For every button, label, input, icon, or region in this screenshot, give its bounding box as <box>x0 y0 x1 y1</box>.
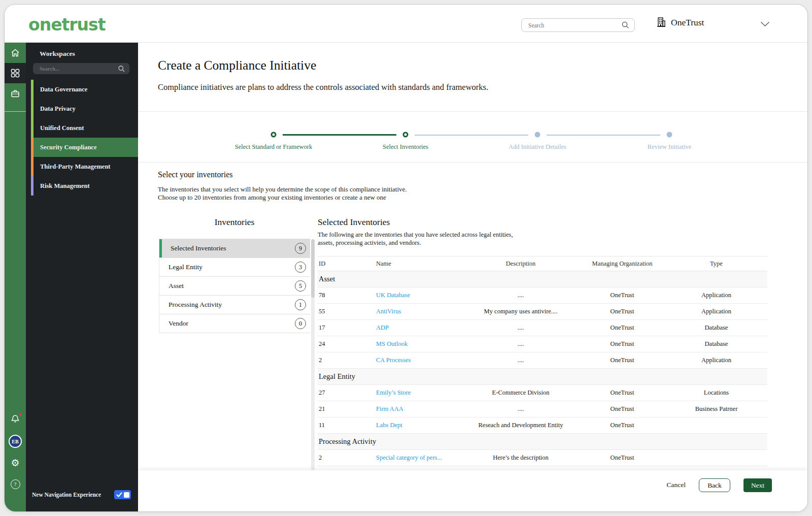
table-row: 2CA Processes....OneTrustApplication <box>318 352 767 369</box>
cell-type: Application <box>665 292 767 299</box>
inventory-count-badge: 0 <box>295 318 306 329</box>
check-icon <box>116 492 122 497</box>
cell-type: Business Patrner <box>665 405 767 413</box>
sidebar-item-security-compliance[interactable]: Security Compliance <box>26 138 138 157</box>
inventory-name-link[interactable]: Labs Dept <box>376 422 462 429</box>
cell-description: .... <box>462 405 579 413</box>
wizard-step-label: Select Standard or Framework <box>208 143 340 151</box>
sidebar-item-data-governance[interactable]: Data Governance <box>26 80 138 99</box>
column-header-name: Name <box>376 260 462 268</box>
cell-description: My company uses antivire.... <box>462 308 579 315</box>
help-button[interactable]: ? <box>5 475 26 493</box>
wizard-step-select-inventories[interactable]: Select Inventories <box>340 111 471 162</box>
column-header-id: ID <box>318 260 376 268</box>
cell-description: .... <box>462 324 579 332</box>
new-nav-toggle[interactable] <box>114 490 131 499</box>
sidebar-item-label: Unified Consent <box>40 124 84 132</box>
wizard-step-label: Select Inventories <box>340 143 471 151</box>
cell-id: 21 <box>318 405 376 413</box>
inventory-filter-processing-activity[interactable]: Processing Activity1 <box>159 296 310 314</box>
workspace-accent-bar <box>31 99 33 118</box>
app-window: onetrust OneTrust <box>4 4 808 512</box>
next-button[interactable]: Next <box>743 478 772 492</box>
column-header-managing-organization: Managing Organization <box>579 260 665 268</box>
projects-nav-button[interactable] <box>5 83 26 104</box>
inventories-title: Inventories <box>159 217 310 228</box>
user-menu-button[interactable]: EB <box>5 433 26 450</box>
sidebar-item-third-party-management[interactable]: Third-Party Management <box>26 157 138 176</box>
sidebar-footer: New Navigation Experience <box>26 487 138 502</box>
scrollbar-thumb[interactable] <box>311 239 315 298</box>
gear-icon: ⚙ <box>11 458 19 468</box>
page-subtitle: Compliance initiatives are plans to addr… <box>158 82 488 92</box>
grid-icon <box>10 68 20 78</box>
wizard-footer: Cancel Back Next <box>138 470 807 511</box>
inventory-filter-legal-entity[interactable]: Legal Entity3 <box>159 258 310 277</box>
wizard-step-add-initiative-detailes[interactable]: Add Initiative Detailes <box>471 111 603 162</box>
inventory-name-link[interactable]: Emily’s Store <box>376 389 462 397</box>
inventory-name-link[interactable]: ADP <box>376 324 462 332</box>
workspace-search[interactable] <box>33 63 129 74</box>
global-search-input[interactable] <box>522 22 621 28</box>
workspace-search-input[interactable] <box>33 66 118 72</box>
inventory-count-badge: 9 <box>295 243 306 254</box>
sidebar-item-label: Security Compliance <box>40 144 96 151</box>
sidebar-item-unified-consent[interactable]: Unified Consent <box>26 118 138 138</box>
cell-managing-org: OneTrust <box>579 357 665 364</box>
wizard-step-select-standard-or-framework[interactable]: Select Standard or Framework <box>208 111 340 162</box>
home-nav-button[interactable] <box>5 43 26 63</box>
inventory-name-link[interactable]: Special category of pers... <box>376 454 462 462</box>
sidebar-item-data-privacy[interactable]: Data Privacy <box>26 99 138 118</box>
chevron-down-icon[interactable] <box>760 21 770 27</box>
sidebar-item-label: Third-Party Management <box>40 163 111 171</box>
cell-type: Locations <box>665 389 767 397</box>
group-header-processing-activity: Processing Activity <box>318 434 767 450</box>
org-switcher[interactable]: OneTrust <box>656 17 704 28</box>
page-title: Create a Compliance Initiative <box>158 58 316 73</box>
wizard-step-review-initiative[interactable]: Review Initiative <box>603 111 735 162</box>
step-dot-icon <box>535 132 540 138</box>
new-nav-label: New Navigation Experience <box>32 492 114 498</box>
search-icon <box>118 65 125 73</box>
selected-inventories-title: Selected Inventories <box>318 217 390 228</box>
cell-id: 11 <box>318 422 376 429</box>
rail-divider <box>5 111 26 112</box>
inventory-filter-vendor[interactable]: Vendor0 <box>159 314 310 333</box>
wizard-step-label: Add Initiative Detailes <box>471 143 603 151</box>
step-ring-icon <box>403 132 409 138</box>
inventory-name-link[interactable]: AntiVirus <box>376 308 462 315</box>
cell-id: 78 <box>318 292 376 299</box>
notifications-button[interactable] <box>5 411 26 429</box>
sidebar-title: Workspaces <box>40 50 75 58</box>
inventories-list: Selected Inventories9Legal Entity3Asset5… <box>159 239 310 333</box>
back-button[interactable]: Back <box>699 478 730 492</box>
notification-badge <box>19 413 22 416</box>
inventory-name-link[interactable]: UK Database <box>376 292 462 299</box>
workspace-accent-bar <box>31 80 33 99</box>
column-header-description: Description <box>462 260 579 268</box>
workspace-accent-bar <box>31 157 33 176</box>
cell-managing-org: OneTrust <box>579 389 665 397</box>
inventory-filter-label: Selected Inventories <box>171 244 295 252</box>
inventory-count-badge: 5 <box>295 280 306 292</box>
inventory-filter-asset[interactable]: Asset5 <box>159 277 310 296</box>
sidebar-item-risk-management[interactable]: Risk Management <box>26 176 138 196</box>
settings-button[interactable]: ⚙ <box>5 454 26 471</box>
workspaces-nav-button[interactable] <box>5 63 26 83</box>
search-icon <box>621 21 630 29</box>
cell-type: Database <box>665 340 767 348</box>
inventory-filter-selected-inventories[interactable]: Selected Inventories9 <box>159 239 310 258</box>
help-icon: ? <box>11 479 20 489</box>
inventory-name-link[interactable]: Firm AAA <box>376 405 462 413</box>
cell-managing-org: OneTrust <box>579 422 665 429</box>
workspace-accent-bar <box>31 138 33 157</box>
cancel-button[interactable]: Cancel <box>667 478 686 489</box>
inventory-name-link[interactable]: CA Processes <box>376 357 462 364</box>
column-header-type: Type <box>665 260 767 268</box>
workspace-list: Data GovernanceData PrivacyUnified Conse… <box>26 80 138 196</box>
inventory-filter-label: Processing Activity <box>168 301 295 309</box>
global-search[interactable] <box>521 18 635 32</box>
inventory-count-badge: 1 <box>295 299 306 310</box>
inventory-filter-label: Vendor <box>168 319 295 328</box>
inventory-name-link[interactable]: MS Outlook <box>376 340 462 348</box>
